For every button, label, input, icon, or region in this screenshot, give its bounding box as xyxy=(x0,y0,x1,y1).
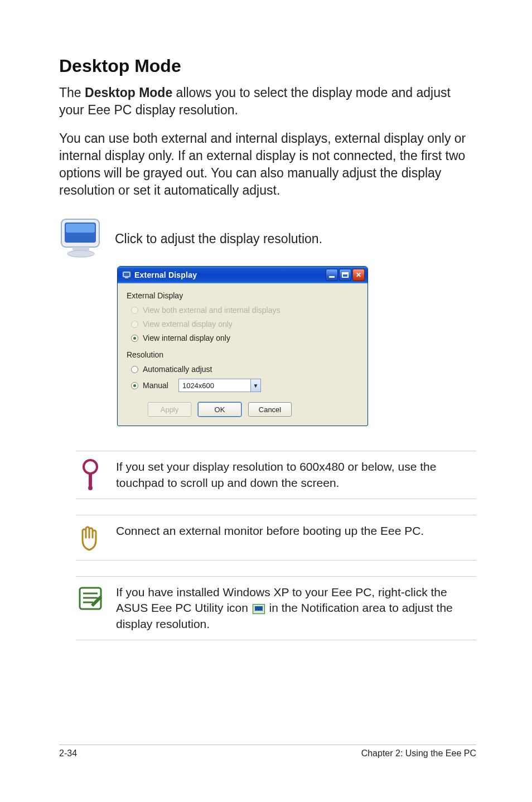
svg-rect-6 xyxy=(124,273,129,276)
page-footer: 2-34 Chapter 2: Using the Eee PC xyxy=(59,745,476,758)
svg-point-4 xyxy=(67,250,94,257)
radio-icon xyxy=(131,366,138,373)
cancel-button[interactable]: Cancel xyxy=(248,402,292,417)
ok-button[interactable]: OK xyxy=(198,402,241,417)
display-icon-row: Click to adjust the display resolution. xyxy=(59,216,476,262)
page-number: 2-34 xyxy=(59,748,77,758)
apply-button: Apply xyxy=(148,402,191,417)
section-title: Desktop Mode xyxy=(59,56,476,76)
display-settings-icon xyxy=(59,216,103,262)
external-display-group-label: External Display xyxy=(127,291,359,300)
note-info-text: If you have installed Windows XP to your… xyxy=(116,584,476,632)
intro-1-pre: The xyxy=(59,85,85,100)
radio-label: View external display only xyxy=(143,320,233,328)
notepad-icon xyxy=(76,584,105,612)
hand-icon xyxy=(76,523,105,552)
radio-view-external: View external display only xyxy=(131,320,359,328)
radio-icon xyxy=(131,321,138,328)
radio-auto-adjust[interactable]: Automatically adjust xyxy=(131,365,359,374)
dialog-title: External Display xyxy=(134,270,197,279)
radio-label: Automatically adjust xyxy=(143,365,212,374)
note-info: If you have installed Windows XP to your… xyxy=(76,576,476,640)
note-tip: If you set your display resolution to 60… xyxy=(76,451,476,499)
radio-view-both: View both external and internal displays xyxy=(131,306,359,315)
radio-icon xyxy=(131,382,138,389)
external-display-dialog: External Display ✕ External Display View… xyxy=(117,266,476,426)
tip-icon xyxy=(76,459,105,490)
radio-icon xyxy=(131,335,138,342)
window-minimize-button[interactable] xyxy=(326,269,338,281)
resolution-select-value: 1024x600 xyxy=(179,381,250,390)
svg-point-10 xyxy=(88,486,93,490)
svg-rect-7 xyxy=(125,277,128,278)
window-close-button[interactable]: ✕ xyxy=(352,269,365,281)
intro-paragraph-2: You can use both external and internal d… xyxy=(59,130,476,199)
svg-rect-9 xyxy=(89,472,92,487)
note-caution-text: Connect an external monitor before booti… xyxy=(116,523,424,539)
radio-label: View both external and internal displays xyxy=(143,306,280,315)
svg-rect-3 xyxy=(72,247,89,250)
note-tip-text: If you set your display resolution to 60… xyxy=(116,459,476,491)
intro-1-bold: Desktop Mode xyxy=(85,85,172,100)
radio-view-internal[interactable]: View internal display only xyxy=(131,334,359,342)
svg-rect-2 xyxy=(66,224,95,233)
resolution-group-label: Resolution xyxy=(127,350,359,359)
chevron-down-icon[interactable]: ▼ xyxy=(250,379,260,392)
radio-icon xyxy=(131,307,138,314)
resolution-select[interactable]: 1024x600 ▼ xyxy=(178,379,261,392)
radio-label: View internal display only xyxy=(143,334,230,342)
intro-paragraph-1: The Desktop Mode allows you to select th… xyxy=(59,84,476,119)
window-maximize-button[interactable] xyxy=(339,269,351,281)
chapter-label: Chapter 2: Using the Eee PC xyxy=(361,748,476,758)
radio-label: Manual xyxy=(143,381,168,390)
radio-manual[interactable]: Manual 1024x600 ▼ xyxy=(131,379,359,392)
display-icon-caption: Click to adjust the display resolution. xyxy=(115,231,322,247)
dialog-title-icon xyxy=(122,270,131,279)
svg-point-8 xyxy=(84,460,97,474)
tray-utility-icon xyxy=(253,604,265,614)
note-caution: Connect an external monitor before booti… xyxy=(76,515,476,561)
dialog-titlebar[interactable]: External Display ✕ xyxy=(118,267,367,283)
